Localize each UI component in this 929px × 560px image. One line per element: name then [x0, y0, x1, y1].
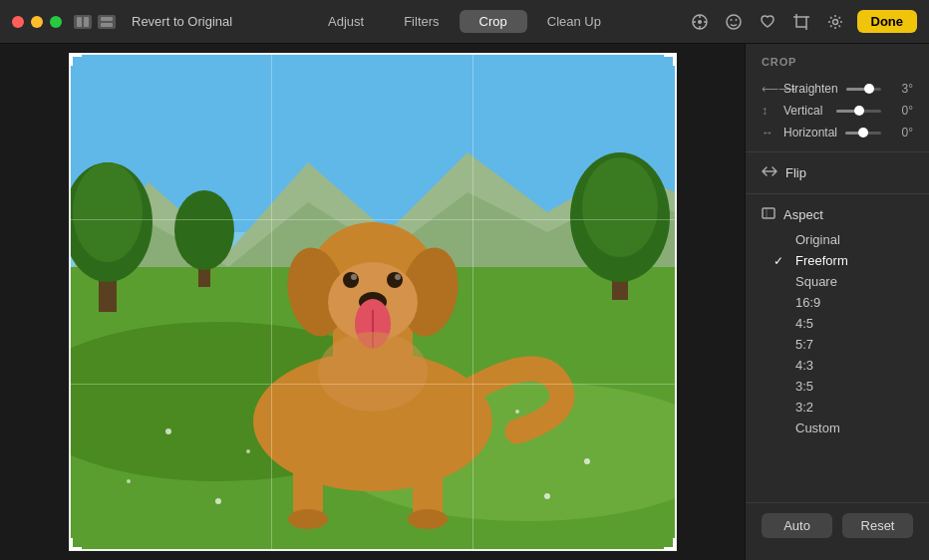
aspect-item-label: 3:2 — [795, 400, 813, 415]
aspect-label: Aspect — [783, 207, 823, 222]
titlebar: Revert to Original Adjust Filters Crop C… — [0, 0, 929, 44]
aspect-icon — [762, 206, 775, 223]
aspect-item-label: Freeform — [795, 253, 848, 268]
flip-label: Flip — [785, 165, 806, 180]
aspect-item-label: 4:3 — [795, 358, 813, 373]
vertical-value: 0° — [889, 104, 913, 118]
svg-point-33 — [582, 157, 658, 257]
svg-point-61 — [288, 509, 328, 529]
aspect-item-label: 16:9 — [795, 295, 820, 310]
horizontal-label: Horizontal — [783, 126, 837, 140]
aspect-list: Original ✓ Freeform Square 16:9 4:5 5:7 — [746, 229, 929, 438]
svg-point-11 — [730, 19, 732, 21]
aspect-item-32[interactable]: 3:2 — [746, 397, 929, 418]
main-content: CROP ⟵⟶ Straighten 3° ↕ Vertical — [0, 44, 929, 560]
window-controls — [74, 15, 116, 29]
straighten-label: Straighten — [783, 82, 838, 96]
auto-button[interactable]: Auto — [762, 513, 832, 538]
vertical-row: ↕ Vertical 0° — [746, 100, 929, 122]
straighten-value: 3° — [889, 82, 913, 96]
tab-filters[interactable]: Filters — [384, 10, 459, 33]
aspect-item-original[interactable]: Original — [746, 229, 929, 250]
photo-background — [69, 53, 677, 551]
settings-icon[interactable] — [823, 10, 847, 34]
svg-rect-3 — [101, 23, 113, 27]
checkmark-169 — [774, 296, 787, 310]
done-button[interactable]: Done — [857, 10, 918, 33]
aspect-item-label: Square — [795, 274, 837, 289]
revert-to-original-button[interactable]: Revert to Original — [132, 14, 232, 29]
aspect-item-label: 4:5 — [795, 316, 813, 331]
svg-point-12 — [735, 19, 737, 21]
panel-bottom: Auto Reset — [746, 502, 929, 548]
checkmark-43 — [774, 359, 787, 373]
sidebar-toggle-button[interactable] — [74, 15, 92, 29]
vertical-slider[interactable] — [836, 110, 881, 113]
checkmark-45 — [774, 317, 787, 331]
svg-point-30 — [174, 190, 234, 270]
aspect-item-43[interactable]: 4:3 — [746, 355, 929, 376]
tab-crop[interactable]: Crop — [460, 10, 527, 33]
vertical-icon: ↕ — [762, 104, 775, 118]
divider-2 — [746, 193, 929, 194]
svg-point-41 — [127, 479, 131, 483]
svg-point-51 — [343, 272, 359, 288]
aspect-item-169[interactable]: 16:9 — [746, 292, 929, 313]
aspect-item-label: 3:5 — [795, 379, 813, 394]
straighten-icon: ⟵⟶ — [762, 82, 775, 96]
tab-adjust[interactable]: Adjust — [308, 10, 384, 33]
svg-point-10 — [727, 15, 741, 29]
aspect-item-57[interactable]: 5:7 — [746, 334, 929, 355]
svg-rect-13 — [796, 17, 806, 27]
straighten-slider[interactable] — [846, 88, 881, 91]
tab-cleanup[interactable]: Clean Up — [527, 10, 621, 33]
checkmark-original — [774, 233, 787, 247]
close-button[interactable] — [12, 16, 24, 28]
svg-point-52 — [387, 272, 403, 288]
horizontal-value: 0° — [889, 126, 913, 140]
aspect-item-35[interactable]: 3:5 — [746, 376, 929, 397]
vertical-label: Vertical — [783, 104, 828, 118]
photo-container[interactable] — [69, 53, 677, 551]
panel-title: CROP — [746, 56, 929, 78]
checkmark-custom — [774, 421, 787, 435]
checkmark-freeform: ✓ — [774, 254, 787, 268]
aspect-item-freeform[interactable]: ✓ Freeform — [746, 250, 929, 271]
aspect-item-45[interactable]: 4:5 — [746, 313, 929, 334]
maximize-button[interactable] — [50, 16, 62, 28]
aspect-item-label: 5:7 — [795, 337, 813, 352]
aspect-header[interactable]: Aspect — [746, 202, 929, 229]
titlebar-right: Done — [688, 10, 918, 34]
right-panel: CROP ⟵⟶ Straighten 3° ↕ Vertical — [745, 44, 929, 560]
svg-point-18 — [832, 19, 837, 24]
divider-1 — [746, 151, 929, 152]
svg-point-42 — [215, 498, 221, 504]
minimize-button[interactable] — [31, 16, 43, 28]
svg-rect-63 — [763, 208, 774, 218]
heart-icon[interactable] — [756, 10, 779, 34]
aspect-item-custom[interactable]: Custom — [746, 418, 929, 438]
horizontal-slider[interactable] — [845, 132, 881, 135]
horizontal-row: ↔ Horizontal 0° — [746, 122, 929, 143]
svg-rect-2 — [101, 17, 113, 21]
image-area — [0, 44, 745, 560]
svg-point-40 — [584, 458, 590, 464]
svg-rect-1 — [84, 17, 89, 27]
emoji-icon[interactable] — [722, 10, 746, 34]
svg-point-39 — [515, 410, 519, 414]
aspect-item-label: Original — [795, 232, 840, 247]
svg-point-62 — [408, 509, 448, 529]
view-toggle-button[interactable] — [98, 15, 116, 29]
straighten-row: ⟵⟶ Straighten 3° — [746, 78, 929, 100]
svg-point-28 — [73, 162, 143, 262]
checkmark-57 — [774, 338, 787, 352]
aspect-item-square[interactable]: Square — [746, 271, 929, 292]
horizontal-icon: ↔ — [762, 126, 775, 140]
location-icon[interactable] — [688, 10, 712, 34]
flip-button[interactable]: Flip — [746, 160, 929, 185]
aspect-item-label: Custom — [795, 420, 840, 435]
reset-button[interactable]: Reset — [842, 513, 913, 538]
crop-icon[interactable] — [789, 10, 813, 34]
svg-point-53 — [351, 274, 357, 280]
checkmark-square — [774, 275, 787, 289]
